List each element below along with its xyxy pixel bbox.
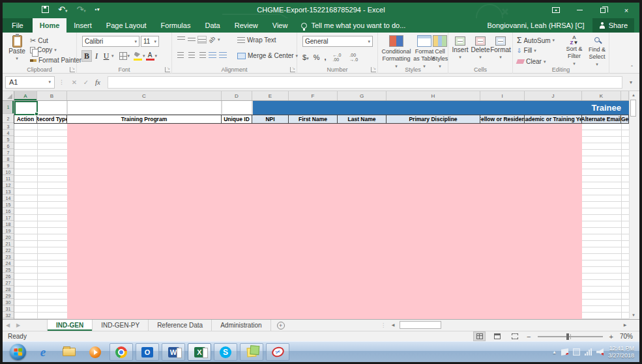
zoom-slider-thumb[interactable]	[566, 333, 569, 340]
decrease-decimal-button[interactable]: .00→.0	[347, 51, 360, 63]
number-format-select[interactable]: General▾	[302, 36, 373, 47]
snipping-tool-icon[interactable]: ✂	[266, 343, 289, 361]
row-header-11[interactable]: 11	[3, 176, 14, 182]
row-header-19[interactable]: 19	[3, 228, 14, 234]
signed-in-user[interactable]: Bongiovanni, Leah (HRSA) [C]	[487, 21, 584, 29]
align-center-icon[interactable]	[188, 52, 196, 59]
italic-button[interactable]: I	[92, 51, 101, 61]
row-header-23[interactable]: 23	[3, 254, 14, 260]
header-cell-H[interactable]: Primary Discipline	[386, 115, 480, 124]
align-left-icon[interactable]	[177, 52, 185, 59]
column-header-C[interactable]: C	[67, 91, 222, 100]
column-header-K[interactable]: K	[582, 91, 621, 100]
row-header-7[interactable]: 7	[3, 150, 14, 156]
scroll-left-icon[interactable]: ◀	[389, 321, 397, 329]
decrease-indent-icon[interactable]	[209, 52, 216, 59]
row-header-31[interactable]: 31	[3, 306, 14, 312]
column-header-F[interactable]: F	[289, 91, 338, 100]
header-cell-F[interactable]: First Name	[288, 115, 338, 124]
conditional-formatting-button[interactable]: Conditional Formatting▾	[379, 35, 413, 70]
zoom-level[interactable]: 70%	[620, 333, 633, 340]
row-header-29[interactable]: 29	[3, 293, 14, 299]
copy-button[interactable]: Copy▾	[30, 46, 57, 53]
sheet-tab-administration[interactable]: Administration	[212, 320, 270, 331]
row-header-4[interactable]: 4	[3, 130, 14, 136]
column-header-E[interactable]: E	[252, 91, 289, 100]
row-header-16[interactable]: 16	[3, 208, 14, 214]
sheet-tab-reference-data[interactable]: Reference Data	[149, 320, 212, 331]
row-header-13[interactable]: 13	[3, 189, 14, 195]
align-right-icon[interactable]	[198, 52, 206, 59]
ribbon-display-options-icon[interactable]: ▴	[547, 5, 565, 16]
borders-icon[interactable]	[119, 52, 127, 60]
tab-formulas[interactable]: Formulas	[154, 18, 198, 33]
word-icon[interactable]: W	[162, 343, 185, 361]
font-name-select[interactable]: Calibri▾	[82, 36, 139, 47]
insert-cells-button[interactable]: Insert▾	[451, 36, 469, 61]
volume-icon[interactable]	[596, 348, 604, 356]
find-select-button[interactable]: Find & Select▾	[586, 35, 608, 68]
close-button[interactable]: ×	[617, 5, 635, 16]
tab-page-layout[interactable]: Page Layout	[99, 18, 154, 33]
header-cell-G[interactable]: Last Name	[337, 115, 387, 124]
skype-icon[interactable]: S	[214, 343, 237, 361]
row-header-3[interactable]: 3	[3, 124, 14, 130]
column-header-partial[interactable]	[621, 91, 629, 100]
column-header-J[interactable]: J	[525, 91, 582, 100]
number-dialog-launcher[interactable]: ↘	[371, 67, 376, 72]
sheet-tab-ind-gen-py[interactable]: IND-GEN-PY	[93, 320, 149, 331]
tab-insert[interactable]: Insert	[66, 18, 99, 33]
tab-data[interactable]: Data	[197, 18, 227, 33]
row-header-8[interactable]: 8	[3, 156, 14, 162]
header-cell-B[interactable]: Record Type	[36, 115, 67, 124]
row-header-17[interactable]: 17	[3, 215, 14, 221]
delete-cells-button[interactable]: Delete▾	[471, 36, 490, 61]
row-header-15[interactable]: 15	[3, 202, 14, 208]
formula-input[interactable]	[108, 76, 622, 89]
clear-button[interactable]: Clear▾	[517, 58, 546, 65]
cut-button[interactable]: ✂Cut	[30, 36, 48, 45]
prev-sheet-icon[interactable]: ◀	[3, 320, 13, 331]
file-explorer-icon[interactable]	[57, 343, 81, 361]
autosum-button[interactable]: ΣAutoSum▾	[517, 36, 555, 45]
vertical-scrollbar[interactable]: ▲ ▼	[629, 91, 637, 319]
excel-icon[interactable]: X	[188, 343, 211, 361]
normal-view-icon[interactable]	[474, 332, 485, 341]
row-header-1[interactable]: 1	[3, 101, 14, 114]
comma-style-button[interactable]: ,	[324, 53, 326, 61]
header-cell-D[interactable]: Unique ID	[221, 115, 252, 124]
increase-decimal-button[interactable]: ←.0.00	[330, 51, 343, 63]
expand-formula-bar-icon[interactable]: ▾	[625, 76, 637, 89]
restore-button[interactable]	[594, 5, 612, 16]
row-header-28[interactable]: 28	[3, 287, 14, 292]
new-sheet-button[interactable]: +	[271, 320, 291, 331]
signal-strength-icon[interactable]	[585, 348, 592, 356]
alignment-dialog-launcher[interactable]: ↘	[290, 67, 295, 72]
name-box[interactable]: A1▾	[5, 76, 55, 89]
fill-button[interactable]: ⇩Fill▾	[517, 47, 536, 54]
header-cell-E[interactable]: NPI	[252, 115, 289, 124]
tab-view[interactable]: View	[265, 18, 295, 33]
align-bottom-icon[interactable]	[198, 36, 206, 43]
sort-filter-button[interactable]: AZ▼Sort & Filter▾	[562, 35, 586, 67]
align-top-icon[interactable]	[177, 36, 185, 43]
chrome-icon[interactable]	[109, 343, 133, 361]
header-cell-J[interactable]: Academic or Training Year	[524, 115, 582, 124]
tab-file[interactable]: File	[3, 18, 33, 33]
minimize-button[interactable]	[570, 5, 589, 16]
column-header-B[interactable]: B	[37, 91, 67, 100]
header-cell-partial[interactable]: Gender	[620, 115, 629, 124]
font-dialog-launcher[interactable]: ↘	[165, 67, 170, 72]
enter-icon[interactable]: ✓	[80, 79, 92, 86]
horizontal-scroll-thumb[interactable]	[400, 321, 441, 329]
header-cell-I[interactable]: Fellow or Resident	[480, 115, 525, 124]
next-sheet-icon[interactable]: ▶	[13, 320, 23, 331]
pink-fill-region[interactable]	[67, 124, 582, 319]
zoom-in-icon[interactable]: +	[609, 333, 613, 341]
header-cell-C[interactable]: Training Program	[66, 115, 222, 124]
cancel-icon[interactable]: ✕	[68, 79, 80, 86]
sheet-tab-ind-gen[interactable]: IND-GEN	[47, 320, 93, 331]
share-button[interactable]: Share	[592, 18, 634, 33]
tab-review[interactable]: Review	[227, 18, 265, 33]
media-player-icon[interactable]	[83, 343, 107, 361]
